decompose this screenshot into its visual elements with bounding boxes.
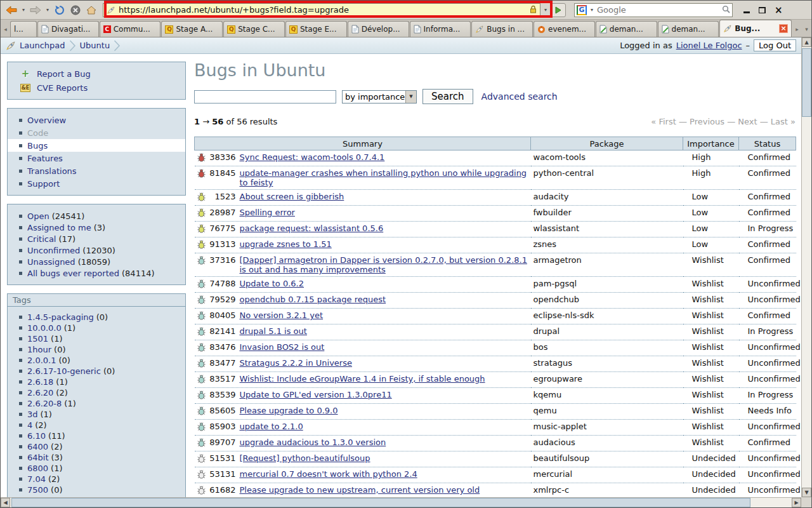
url-history-dropdown-icon[interactable]: ▾	[542, 7, 549, 13]
tag-link[interactable]: 64bit(3)	[8, 452, 185, 463]
tab[interactable]: QStage A...	[161, 21, 223, 37]
tag-link[interactable]: 2.6.20-8(1)	[8, 398, 185, 409]
tag-link[interactable]: 6800(1)	[8, 463, 185, 474]
tab[interactable]: Dévelop...	[348, 21, 409, 37]
sidebar-item-overview[interactable]: Overview	[8, 114, 185, 126]
tag-link[interactable]: 7.04(2)	[8, 474, 185, 485]
bug-summary-link[interactable]: Spelling error	[240, 208, 528, 217]
web-search-input[interactable]	[597, 5, 720, 15]
reload-button[interactable]	[53, 3, 67, 17]
sidebar-action[interactable]: &ECVE Reports	[8, 81, 185, 95]
sidebar-item-support[interactable]: Support	[8, 177, 185, 190]
tab-list-dropdown-icon[interactable]: ▾	[802, 22, 811, 37]
horizontal-scroll-thumb[interactable]	[11, 498, 750, 507]
sort-select[interactable]: by importance ▼	[342, 90, 417, 104]
close-button[interactable]: ×	[775, 7, 783, 13]
tag-link[interactable]: 2.0.0.1(0)	[8, 355, 185, 366]
breadcrumb-link-launchpad[interactable]: Launchpad	[20, 41, 65, 50]
search-engine-dropdown-icon[interactable]: ▾	[589, 7, 595, 13]
home-button[interactable]	[84, 3, 98, 17]
bug-summary-link[interactable]: Stratagus 2.2.2 in Universe	[240, 358, 528, 368]
search-button[interactable]: Search	[422, 89, 473, 104]
back-history-dropdown-icon[interactable]: ▾	[20, 7, 27, 13]
tag-link[interactable]: 2.6.17-10-generic(0)	[8, 366, 185, 377]
tab[interactable]: Informa...	[410, 21, 471, 37]
filter-link[interactable]: Assigned to me(3)	[8, 222, 185, 233]
tab[interactable]: QStage C...	[223, 21, 285, 37]
filter-link[interactable]: Open(24541)	[8, 210, 185, 222]
tag-link[interactable]: 7500(0)	[8, 485, 185, 495]
tab[interactable]: deman...	[596, 21, 657, 37]
google-logo-icon[interactable]: G	[577, 5, 587, 15]
vertical-scroll-thumb[interactable]	[802, 48, 811, 117]
tab[interactable]: Divagati...	[37, 21, 99, 37]
bug-summary-link[interactable]: Please upgrade to new upstream, current …	[240, 485, 528, 495]
tag-link[interactable]: 2.6.18(1)	[8, 377, 185, 387]
tab-scroll-right-icon[interactable]: ▸	[792, 22, 802, 37]
bug-summary-link[interactable]: [Request] python-beautifulsoup	[240, 453, 528, 463]
tab[interactable]: l...	[10, 21, 37, 37]
bug-summary-link[interactable]: upgrade audacious to 1.3.0 version	[240, 438, 528, 447]
logout-button[interactable]: Log Out	[754, 39, 796, 51]
minimize-button[interactable]	[743, 7, 750, 13]
vertical-scrollbar[interactable]: ▲ ▼	[801, 37, 811, 497]
restore-button[interactable]	[759, 7, 766, 13]
bug-search-input[interactable]	[194, 90, 336, 104]
tab[interactable]: QStage E...	[285, 21, 347, 37]
bug-summary-link[interactable]: Update to GPL'ed version 1.3.0pre11	[240, 390, 528, 399]
tag-link[interactable]: 2.6.20(2)	[8, 387, 185, 398]
tab-close-icon[interactable]: ×	[779, 24, 788, 33]
url-bar[interactable]: https://launchpad.net/ubuntu/+bugs?field…	[103, 3, 540, 17]
bug-summary-link[interactable]: [Dapper] armagetron in Dapper is version…	[240, 255, 528, 274]
tag-link[interactable]: 6.10(11)	[8, 431, 185, 441]
action-link[interactable]: CVE Reports	[37, 83, 88, 93]
bug-summary-link[interactable]: opendchub 0.7.15 package request	[240, 295, 528, 304]
url-text[interactable]: https://launchpad.net/ubuntu/+bugs?field…	[119, 5, 527, 15]
action-link[interactable]: Report a Bug	[37, 69, 91, 79]
bug-summary-link[interactable]: drupal 5.1 is out	[240, 326, 528, 336]
horizontal-scrollbar[interactable]: ◀ ▶	[1, 497, 801, 507]
forward-history-dropdown-icon[interactable]: ▾	[44, 7, 51, 13]
bug-summary-link[interactable]: Invasion BOS2 is out	[240, 342, 528, 352]
stop-button[interactable]	[69, 3, 82, 17]
search-magnifier-icon[interactable]	[722, 4, 730, 16]
scroll-left-icon[interactable]: ◀	[1, 498, 10, 507]
tag-link[interactable]: 3d(1)	[8, 409, 185, 420]
bug-summary-link[interactable]: Sync Request: wacom-tools 0.7.4.1	[240, 152, 528, 162]
bug-summary-link[interactable]: Please upgrade to 0.9.0	[240, 406, 528, 415]
scroll-down-icon[interactable]: ▼	[802, 488, 811, 497]
sidebar-action[interactable]: +Report a Bug	[8, 67, 185, 81]
sidebar-item-translations[interactable]: Translations	[8, 164, 185, 177]
tab[interactable]: evenem...	[534, 21, 595, 37]
tag-link[interactable]: 10.0.0.0(1)	[8, 323, 185, 333]
bug-summary-link[interactable]: About screen is gibberish	[240, 192, 528, 201]
tab[interactable]: deman...	[658, 21, 719, 37]
tag-link[interactable]: 1.4.5-packaging(0)	[8, 312, 185, 323]
tab[interactable]: CCommu...	[100, 21, 161, 37]
filter-link[interactable]: Critical(17)	[8, 233, 185, 244]
breadcrumb-link-ubuntu[interactable]: Ubuntu	[80, 41, 110, 50]
tag-link[interactable]: 4(2)	[8, 420, 185, 431]
go-button[interactable]	[551, 3, 566, 17]
scroll-right-icon[interactable]: ▶	[792, 498, 801, 507]
scroll-up-icon[interactable]: ▲	[802, 37, 811, 47]
bug-summary-link[interactable]: update-manager crashes when installing p…	[240, 168, 528, 187]
tag-link[interactable]: 6400(2)	[8, 441, 185, 452]
sidebar-item-bugs[interactable]: Bugs	[8, 139, 185, 152]
tag-link[interactable]: 1hour(0)	[8, 344, 185, 355]
tag-link[interactable]: 1501(1)	[8, 333, 185, 344]
forward-button[interactable]	[29, 3, 43, 17]
filter-link[interactable]: All bugs ever reported(84114)	[8, 267, 185, 279]
advanced-search-link[interactable]: Advanced search	[481, 91, 558, 102]
bug-summary-link[interactable]: mercurial 0.7 doesn't work with python 2…	[240, 469, 528, 479]
tab-active[interactable]: Bug...×	[719, 20, 792, 37]
bug-summary-link[interactable]: No version 3.2.1 yet	[240, 311, 528, 320]
filter-link[interactable]: Unconfirmed(12030)	[8, 244, 185, 256]
bug-summary-link[interactable]: Update to 0.6.2	[240, 279, 528, 288]
back-button[interactable]	[4, 3, 18, 17]
bug-summary-link[interactable]: Wishlist: Include eGroupWare 1.4 in Feis…	[240, 374, 528, 384]
sidebar-item-features[interactable]: Features	[8, 152, 185, 164]
tab-scroll-left-icon[interactable]: ◂	[1, 22, 10, 37]
chevron-down-icon[interactable]: ▼	[405, 91, 416, 103]
bug-summary-link[interactable]: update to 2.1.0	[240, 422, 528, 431]
